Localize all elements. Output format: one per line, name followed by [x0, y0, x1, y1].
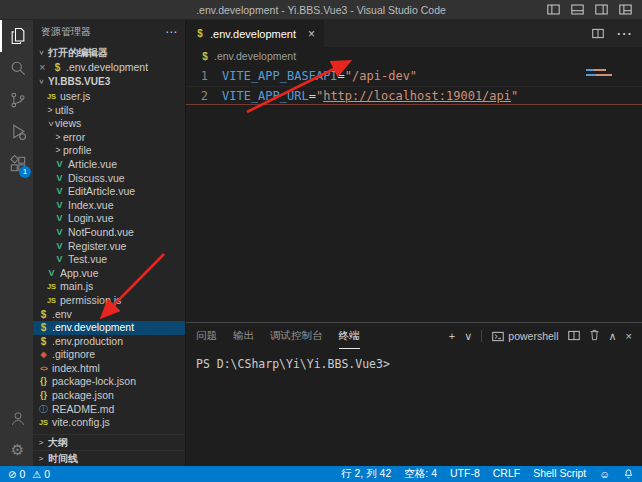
chevron-right-icon: > [36, 438, 46, 447]
open-editor-item[interactable]: ×$.env.development [33, 61, 185, 73]
close-icon[interactable]: × [308, 27, 315, 41]
tab-env-development[interactable]: $ .env.development × [186, 20, 324, 47]
terminal-shell-select[interactable]: powershell [481, 330, 558, 342]
status-item-crlf[interactable]: CRLF [493, 467, 520, 481]
status-right-items: 行 2, 列 42空格: 4UTF-8CRLFShell Script [341, 467, 586, 481]
split-terminal-icon[interactable] [568, 330, 580, 343]
code-editor[interactable]: 1VITE_APP_BASEAPI="/api-dev"2VITE_APP_UR… [186, 65, 642, 322]
new-terminal-icon[interactable]: + [449, 331, 455, 342]
source-control-icon[interactable] [0, 84, 33, 116]
tree-item-editarticle-vue[interactable]: VEditArticle.vue [33, 185, 185, 199]
tree-item-gitignore[interactable]: ◆.gitignore [33, 348, 185, 362]
tree-item-user-js[interactable]: JSuser.js [33, 90, 185, 104]
status-item-4[interactable]: 空格: 4 [404, 467, 437, 481]
vue-file-icon: V [53, 172, 66, 186]
workbench: 1 ⚙ 资源管理器 ⋯ > 打开的编辑器 ×$.env.development … [0, 20, 642, 466]
run-debug-icon[interactable] [0, 116, 33, 148]
search-icon[interactable] [0, 52, 33, 84]
tree-item-package-lock-json[interactable]: {}package-lock.json [33, 375, 185, 389]
vue-file-icon: V [53, 199, 66, 213]
tree-item-index-html[interactable]: <>index.html [33, 362, 185, 376]
js-file-icon: JS [45, 90, 58, 104]
env-file-icon: $ [200, 51, 210, 62]
terminal-output[interactable]: PS D:\CSharp\Yi\Yi.BBS.Vue3> [186, 349, 642, 466]
tree-item-env-production[interactable]: $.env.production [33, 335, 185, 349]
more-actions-icon[interactable]: ⋯ [165, 25, 177, 39]
activity-bar-spacer [0, 180, 33, 402]
tree-item-app-vue[interactable]: VApp.vue [33, 267, 185, 281]
more-actions-icon[interactable]: ⋯ [616, 24, 632, 43]
panel-tab-debug-console[interactable]: 调试控制台 [270, 323, 323, 349]
tree-item-label: profile [63, 144, 92, 158]
status-item-utf-8[interactable]: UTF-8 [450, 467, 480, 481]
chevron-down-icon[interactable]: ∨ [464, 331, 472, 342]
tree-item-error[interactable]: >error [33, 131, 185, 145]
env-file-icon: $ [37, 321, 50, 335]
editor-area: $ .env.development × ⋯ $ .env.developmen… [186, 20, 642, 466]
minimap-line [586, 69, 606, 71]
panel-tab-terminal[interactable]: 终端 [339, 323, 360, 349]
code-token: = [338, 67, 345, 86]
section-header-[interactable]: >大纲 [33, 434, 185, 450]
tree-item-article-vue[interactable]: VArticle.vue [33, 158, 185, 172]
close-icon[interactable]: × [39, 61, 51, 73]
vue-file-icon: V [53, 185, 66, 199]
panel-tab-output[interactable]: 输出 [233, 323, 254, 349]
maximize-panel-icon[interactable]: ∧ [609, 331, 617, 342]
status-item-shell-script[interactable]: Shell Script [533, 467, 586, 481]
tree-item-label: error [63, 131, 85, 145]
tree-item-label: package.json [52, 389, 114, 403]
tree-item-permission-js[interactable]: JSpermission.js [33, 294, 185, 308]
tree-item-utils[interactable]: >utils [33, 104, 185, 118]
project-section-header[interactable]: > YI.BBS.VUE3 [33, 73, 185, 90]
kill-terminal-icon[interactable] [589, 329, 600, 343]
tree-item-index-vue[interactable]: VIndex.vue [33, 199, 185, 213]
panel-tab-problems[interactable]: 问题 [196, 323, 217, 349]
editor-actions: ⋯ [592, 20, 642, 47]
tree-item-login-vue[interactable]: VLogin.vue [33, 212, 185, 226]
problems-status[interactable]: ⊘ 0 ⚠ 0 [8, 468, 54, 480]
explorer-icon[interactable] [0, 20, 33, 52]
tree-item-profile[interactable]: >profile [33, 144, 185, 158]
code-line[interactable]: 1VITE_APP_BASEAPI="/api-dev" [186, 67, 642, 86]
tree-item-label: Discuss.vue [68, 172, 125, 186]
tree-item-register-vue[interactable]: VRegister.vue [33, 240, 185, 254]
tree-item-label: Article.vue [68, 158, 117, 172]
minimap[interactable] [586, 69, 612, 79]
code-line[interactable]: 2VITE_APP_URL="http://localhost:19001/ap… [186, 86, 642, 105]
breadcrumb-item[interactable]: .env.development [214, 50, 296, 62]
tree-item-vite-config-js[interactable]: JSvite.config.js [33, 416, 185, 430]
account-icon[interactable] [0, 402, 33, 434]
tree-item-readme-md[interactable]: ⓘREADME.md [33, 403, 185, 417]
tree-item-label: main.js [60, 280, 93, 294]
open-editors-section-header[interactable]: > 打开的编辑器 [33, 44, 185, 61]
tree-item-env-development[interactable]: $.env.development [33, 321, 185, 335]
chevron-right-icon: > [53, 131, 63, 145]
split-editor-icon[interactable] [592, 25, 604, 43]
shell-label: powershell [508, 330, 558, 342]
customize-layout-icon[interactable] [619, 4, 632, 15]
open-editor-label: .env.development [66, 61, 148, 73]
settings-gear-icon[interactable]: ⚙ [0, 434, 33, 466]
toggle-sidebar-icon[interactable] [547, 4, 560, 15]
tree-item-discuss-vue[interactable]: VDiscuss.vue [33, 172, 185, 186]
status-item-2-42[interactable]: 行 2, 列 42 [341, 467, 391, 481]
tree-item-package-json[interactable]: {}package.json [33, 389, 185, 403]
notifications-bell-icon[interactable] [623, 468, 634, 481]
tree-item-test-vue[interactable]: VTest.vue [33, 253, 185, 267]
tree-item-env[interactable]: $.env [33, 308, 185, 322]
open-editors-list: ×$.env.development [33, 61, 185, 73]
extensions-icon[interactable]: 1 [0, 148, 33, 180]
tree-item-notfound-vue[interactable]: VNotFound.vue [33, 226, 185, 240]
feedback-smiley-icon[interactable]: ☺ [599, 468, 610, 480]
breadcrumb[interactable]: $ .env.development [186, 47, 642, 65]
tree-item-views[interactable]: >views [33, 117, 185, 131]
tree-item-main-js[interactable]: JSmain.js [33, 280, 185, 294]
section-header-[interactable]: >时间线 [33, 450, 185, 466]
tree-item-label: .gitignore [52, 348, 95, 362]
toggle-secondary-sidebar-icon[interactable] [595, 4, 608, 15]
close-panel-icon[interactable]: × [626, 331, 632, 342]
code-token: = [309, 87, 316, 104]
vscode-window: .env.development - Yi.BBS.Vue3 - Visual … [0, 0, 642, 482]
toggle-panel-icon[interactable] [571, 4, 584, 15]
